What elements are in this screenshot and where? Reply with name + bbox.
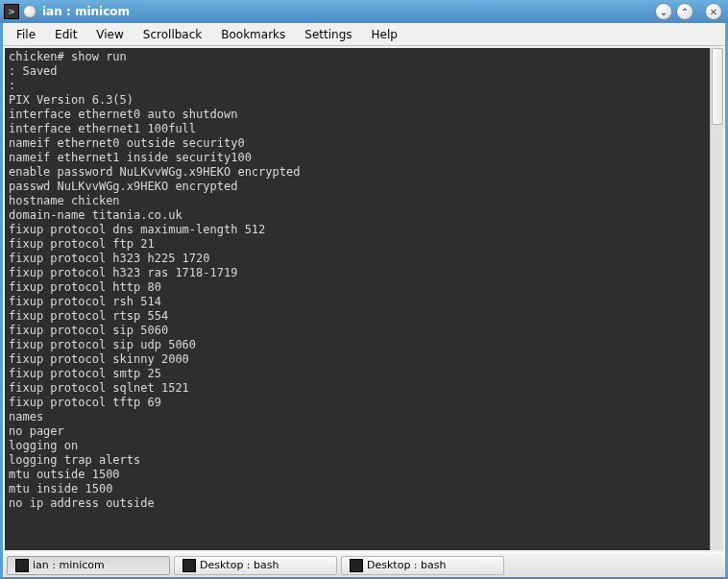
terminal-icon (350, 559, 363, 572)
scrollbar[interactable] (710, 48, 723, 550)
terminal-container: chicken# show run : Saved : PIX Version … (3, 46, 725, 552)
task-button-minicom[interactable]: ian : minicom (7, 556, 170, 575)
menu-settings[interactable]: Settings (295, 25, 361, 44)
menu-view[interactable]: View (86, 25, 133, 44)
menu-help[interactable]: Help (362, 25, 407, 44)
terminal-icon (4, 4, 19, 19)
terminal-icon (182, 559, 196, 572)
scrollbar-thumb[interactable] (712, 48, 723, 125)
menu-bookmarks[interactable]: Bookmarks (211, 25, 295, 44)
minimize-button[interactable]: ⌄ (655, 3, 672, 20)
terminal-output[interactable]: chicken# show run : Saved : PIX Version … (5, 48, 714, 550)
task-label: Desktop : bash (200, 559, 279, 571)
taskbar: ian : minicom Desktop : bash Desktop : b… (3, 552, 725, 577)
task-label: ian : minicom (33, 559, 105, 571)
menu-edit[interactable]: Edit (45, 25, 86, 44)
close-button[interactable]: ✕ (705, 3, 722, 20)
task-button-bash-2[interactable]: Desktop : bash (341, 556, 504, 575)
task-button-bash-1[interactable]: Desktop : bash (174, 556, 337, 575)
menubar: File Edit View Scrollback Bookmarks Sett… (3, 23, 725, 46)
terminal-icon (15, 559, 29, 572)
task-label: Desktop : bash (367, 559, 447, 571)
title-decoration-icon (23, 5, 36, 18)
maximize-button[interactable]: ⌃ (676, 3, 693, 20)
titlebar: ian : minicom ⌄ ⌃ ✕ (0, 0, 728, 23)
menu-scrollback[interactable]: Scrollback (133, 25, 211, 44)
window-title: ian : minicom (42, 5, 655, 18)
window-controls: ⌄ ⌃ ✕ (655, 3, 722, 20)
menu-file[interactable]: File (7, 25, 45, 44)
